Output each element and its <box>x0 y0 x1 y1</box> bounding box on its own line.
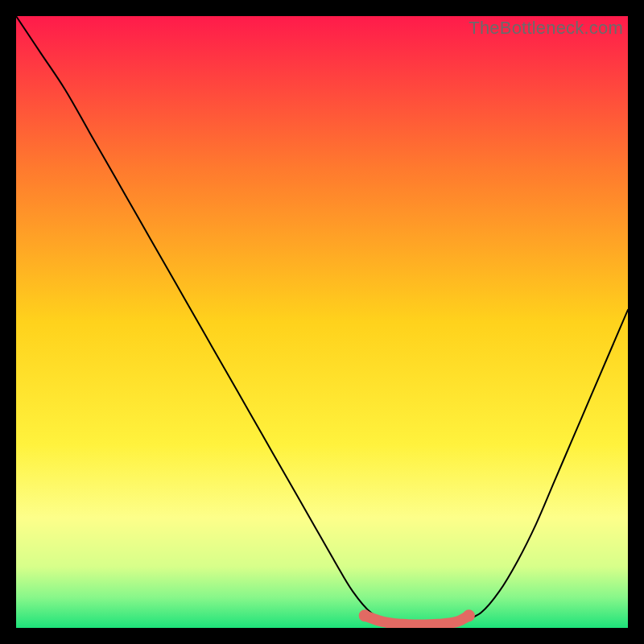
watermark-text: TheBottleneck.com <box>469 18 623 39</box>
chart-frame: TheBottleneck.com <box>16 16 628 628</box>
optimal-range-marker-end <box>359 609 371 621</box>
gradient-background <box>16 16 628 628</box>
bottleneck-chart <box>16 16 628 628</box>
optimal-range-marker-end <box>463 609 475 621</box>
